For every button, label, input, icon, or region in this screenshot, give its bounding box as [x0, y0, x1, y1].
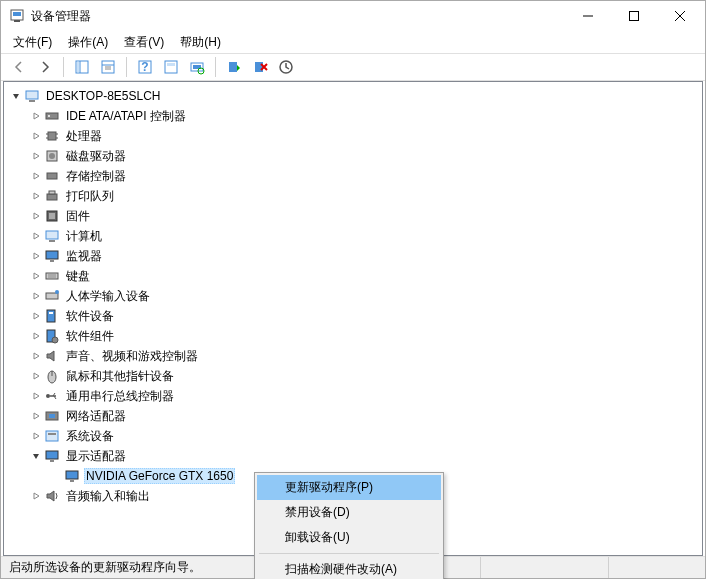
tree-category-label: 人体学输入设备 — [64, 287, 152, 306]
svg-point-27 — [48, 115, 50, 117]
tree-category[interactable]: 系统设备 — [4, 426, 702, 446]
svg-rect-62 — [48, 433, 56, 435]
menu-file[interactable]: 文件(F) — [5, 32, 60, 53]
caret-right-icon[interactable] — [28, 348, 44, 364]
nav-forward-button[interactable] — [33, 55, 57, 79]
device-category-icon — [44, 248, 60, 264]
device-category-icon — [44, 368, 60, 384]
tree-category[interactable]: 声音、视频和游戏控制器 — [4, 346, 702, 366]
tree-category[interactable]: 处理器 — [4, 126, 702, 146]
ctx-update-driver[interactable]: 更新驱动程序(P) — [257, 475, 441, 500]
scan-hardware-button[interactable] — [185, 55, 209, 79]
caret-right-icon[interactable] — [28, 188, 44, 204]
tree-category[interactable]: 软件设备 — [4, 306, 702, 326]
tree-category[interactable]: 计算机 — [4, 226, 702, 246]
menu-action[interactable]: 操作(A) — [60, 32, 116, 53]
device-category-icon — [44, 408, 60, 424]
help-button[interactable]: ? — [133, 55, 157, 79]
menubar: 文件(F) 操作(A) 查看(V) 帮助(H) — [1, 31, 705, 53]
update-driver-button[interactable] — [222, 55, 246, 79]
tree-category-label: 软件设备 — [64, 307, 116, 326]
caret-right-icon[interactable] — [28, 288, 44, 304]
tree-root[interactable]: DESKTOP-8E5SLCH — [4, 86, 702, 106]
properties-button[interactable] — [96, 55, 120, 79]
device-category-icon — [44, 188, 60, 204]
menu-view[interactable]: 查看(V) — [116, 32, 172, 53]
svg-rect-66 — [70, 480, 74, 482]
tree-category[interactable]: 网络适配器 — [4, 406, 702, 426]
caret-right-icon[interactable] — [28, 308, 44, 324]
nav-back-button[interactable] — [7, 55, 31, 79]
tree-category[interactable]: 打印队列 — [4, 186, 702, 206]
caret-right-icon[interactable] — [28, 128, 44, 144]
svg-rect-1 — [13, 12, 21, 16]
ctx-uninstall-device[interactable]: 卸载设备(U) — [257, 525, 441, 550]
tree-category[interactable]: 软件组件 — [4, 326, 702, 346]
tree-category[interactable]: 人体学输入设备 — [4, 286, 702, 306]
tree-category[interactable]: 存储控制器 — [4, 166, 702, 186]
toolbar-separator — [126, 57, 127, 77]
device-category-icon — [44, 328, 60, 344]
tree-category[interactable]: IDE ATA/ATAPI 控制器 — [4, 106, 702, 126]
svg-rect-43 — [50, 260, 54, 262]
caret-right-icon[interactable] — [28, 248, 44, 264]
tree-category[interactable]: 监视器 — [4, 246, 702, 266]
show-hide-tree-button[interactable] — [70, 55, 94, 79]
tree-category[interactable]: 键盘 — [4, 266, 702, 286]
svg-rect-17 — [167, 63, 175, 66]
svg-text:?: ? — [141, 60, 148, 74]
svg-point-52 — [52, 337, 58, 343]
svg-rect-16 — [165, 61, 177, 73]
caret-down-icon[interactable] — [28, 448, 44, 464]
svg-rect-64 — [50, 460, 54, 462]
device-category-icon — [44, 228, 60, 244]
caret-right-icon[interactable] — [28, 428, 44, 444]
tree-category[interactable]: 磁盘驱动器 — [4, 146, 702, 166]
caret-right-icon[interactable] — [28, 328, 44, 344]
tree-category[interactable]: 鼠标和其他指针设备 — [4, 366, 702, 386]
tree-category-label: 通用串行总线控制器 — [64, 387, 176, 406]
caret-down-icon[interactable] — [8, 88, 24, 104]
tree-category[interactable]: 通用串行总线控制器 — [4, 386, 702, 406]
uninstall-button[interactable] — [248, 55, 272, 79]
ctx-scan-hardware[interactable]: 扫描检测硬件改动(A) — [257, 557, 441, 579]
tree-category-label: IDE ATA/ATAPI 控制器 — [64, 107, 188, 126]
action-button[interactable] — [159, 55, 183, 79]
tree-category[interactable]: 显示适配器 — [4, 446, 702, 466]
caret-right-icon[interactable] — [28, 368, 44, 384]
close-button[interactable] — [657, 1, 703, 31]
device-category-icon — [44, 388, 60, 404]
caret-right-icon[interactable] — [28, 228, 44, 244]
device-category-icon — [44, 168, 60, 184]
tree-category-label: 显示适配器 — [64, 447, 128, 466]
tree-category-label: 软件组件 — [64, 327, 116, 346]
caret-right-icon[interactable] — [28, 488, 44, 504]
ctx-disable-device[interactable]: 禁用设备(D) — [257, 500, 441, 525]
tree-category[interactable]: 固件 — [4, 206, 702, 226]
minimize-button[interactable] — [565, 1, 611, 31]
caret-right-icon[interactable] — [28, 108, 44, 124]
device-category-icon — [44, 208, 60, 224]
device-category-icon — [44, 308, 60, 324]
caret-right-icon[interactable] — [28, 268, 44, 284]
svg-rect-35 — [47, 173, 57, 179]
maximize-button[interactable] — [611, 1, 657, 31]
caret-right-icon[interactable] — [28, 388, 44, 404]
caret-right-icon[interactable] — [28, 168, 44, 184]
tree-category-label: 存储控制器 — [64, 167, 128, 186]
caret-right-icon[interactable] — [28, 148, 44, 164]
device-category-icon — [44, 128, 60, 144]
svg-rect-9 — [77, 62, 79, 72]
svg-point-34 — [49, 153, 55, 159]
svg-point-48 — [55, 290, 59, 294]
menu-help[interactable]: 帮助(H) — [172, 32, 229, 53]
svg-rect-36 — [47, 194, 57, 200]
titlebar: 设备管理器 — [1, 1, 705, 31]
tree-category-label: 键盘 — [64, 267, 92, 286]
disable-button[interactable] — [274, 55, 298, 79]
caret-right-icon[interactable] — [28, 208, 44, 224]
svg-rect-49 — [47, 310, 55, 322]
svg-rect-2 — [14, 20, 20, 22]
caret-right-icon[interactable] — [28, 408, 44, 424]
context-menu: 更新驱动程序(P) 禁用设备(D) 卸载设备(U) 扫描检测硬件改动(A) — [254, 472, 444, 579]
